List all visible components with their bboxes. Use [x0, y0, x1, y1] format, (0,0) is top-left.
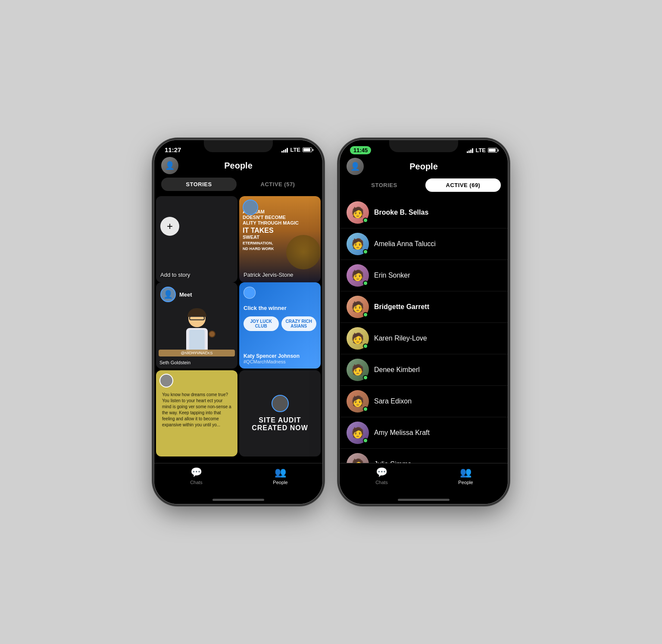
online-dot-0	[363, 218, 368, 223]
lte-label-1: LTE	[290, 147, 300, 153]
person-item-5[interactable]: 🧑 Denee Kimberl	[340, 354, 508, 386]
add-story-card[interactable]: + Add to story	[156, 196, 237, 282]
audit-avatar	[272, 395, 289, 412]
poll-options: JOY LUCK CLUB CRAZY RICH ASIANS	[244, 316, 316, 331]
quote-avatar	[159, 374, 173, 388]
lte-label-2: LTE	[475, 147, 486, 153]
people-label-1: People	[273, 480, 287, 485]
bottom-stories: You know how dreams come true? You liste…	[154, 370, 322, 458]
nav-people-2[interactable]: 👥 People	[424, 467, 508, 485]
person-name-3: Bridgette Garrett	[374, 303, 429, 311]
chats-label-1: Chats	[190, 480, 203, 485]
patrick-label: Patrick Jervis-Stone	[244, 272, 294, 278]
home-indicator-2	[340, 495, 508, 504]
bottom-nav-1: 💬 Chats 👥 People	[154, 463, 322, 495]
page-title-1: People	[178, 161, 298, 171]
person-name-1: Amelia Anna Talucci	[374, 240, 436, 248]
person-name-5: Denee Kimberl	[374, 366, 420, 374]
tab-stories-1[interactable]: STORIES	[161, 178, 237, 191]
chats-icon-1: 💬	[190, 467, 202, 478]
phone-1-screen: 11:27 LTE 👤	[154, 140, 322, 504]
chats-label-2: Chats	[375, 480, 388, 485]
phones-container: 11:27 LTE 👤	[154, 140, 508, 504]
quote-card[interactable]: You know how dreams come true? You liste…	[156, 370, 237, 456]
online-dot-5	[363, 375, 368, 380]
person-item-6[interactable]: 🧑 Sara Edixon	[340, 386, 508, 417]
tabs-1: STORIES ACTIVE (57)	[154, 178, 322, 196]
phone-2-notch	[389, 140, 458, 152]
phone-2: 11:45 LTE 👤	[340, 140, 508, 504]
poll-name: Katy Spencer Johnson	[244, 353, 300, 359]
nav-chats-1[interactable]: 💬 Chats	[154, 467, 238, 485]
person-name-2: Erin Sonker	[374, 272, 410, 279]
username-tag: @NICHYVNACKS	[159, 350, 235, 356]
person-name-4: Karen Riley-Love	[374, 335, 427, 342]
phone-1: 11:27 LTE 👤	[154, 140, 322, 504]
patrick-avatar-ring	[243, 200, 258, 215]
person-item-4[interactable]: 🧑 Karen Riley-Love	[340, 323, 508, 354]
tab-active-1[interactable]: ACTIVE (57)	[240, 178, 315, 191]
poll-hashtag: #QCMarchMadness	[244, 359, 300, 364]
header-avatar-2[interactable]: 👤	[347, 158, 364, 175]
page-header-2: 👤 People	[340, 156, 508, 178]
person-name-7: Amy Melissa Kraft	[374, 429, 430, 437]
person-name-0: Brooke B. Sellas	[374, 209, 428, 216]
status-icons-1: LTE	[281, 147, 312, 153]
tab-stories-2[interactable]: STORIES	[347, 178, 422, 192]
person-item-1[interactable]: 🧑 Amelia Anna Talucci	[340, 228, 508, 260]
online-dot-6	[363, 406, 368, 412]
status-icons-2: LTE	[467, 147, 497, 153]
nav-chats-2[interactable]: 💬 Chats	[340, 467, 424, 485]
poll-option-1[interactable]: JOY LUCK CLUB	[244, 316, 279, 331]
online-dot-2	[363, 281, 368, 286]
meet-avatar-ring: 👤	[160, 287, 176, 302]
person-avatar-8: 🧑	[347, 453, 369, 463]
people-icon-2: 👥	[460, 467, 472, 478]
seth-card[interactable]: 👤 Meet	[156, 282, 237, 369]
poll-avatar	[244, 287, 256, 299]
chats-icon-2: 💬	[376, 467, 387, 478]
online-dot-1	[363, 249, 368, 254]
tab-active-2[interactable]: ACTIVE (69)	[425, 178, 501, 192]
person-item-8[interactable]: 🧑 Julia Simms	[340, 449, 508, 463]
status-time-1: 11:27	[165, 146, 181, 153]
patrick-story-card[interactable]: A DREAMDOESN'T BECOMEALITY THROUGH MAGIC…	[239, 196, 321, 282]
people-list[interactable]: 🧑 Brooke B. Sellas 🧑 Amelia Anna Talucci	[340, 197, 508, 463]
person-item-7[interactable]: 🧑 Amy Melissa Kraft	[340, 417, 508, 449]
phone-2-screen: 11:45 LTE 👤	[340, 140, 508, 504]
meet-section: 👤 Meet	[154, 282, 322, 370]
online-dot-4	[363, 344, 368, 349]
poll-title: Click the winner	[244, 305, 316, 311]
person-item-3[interactable]: 🧑 Bridgette Garrett	[340, 291, 508, 323]
page-header-1: 👤 People	[154, 155, 322, 178]
page-title-2: People	[364, 162, 484, 172]
audit-card[interactable]: SITE AUDIT CREATED NOW	[239, 370, 321, 456]
signal-icon-2	[467, 148, 473, 153]
stories-grid-1: + Add to story A DREAMDOESN'T BECOMEALIT…	[154, 196, 322, 282]
seth-name: Seth Goldstein	[159, 360, 190, 365]
battery-icon-1	[303, 147, 312, 152]
person-name-6: Sara Edixon	[374, 397, 412, 405]
add-story-label: Add to story	[160, 272, 190, 278]
tabs-2: STORIES ACTIVE (69)	[340, 178, 508, 197]
online-dot-3	[363, 312, 368, 317]
people-label-2: People	[458, 480, 473, 485]
poll-option-2[interactable]: CRAZY RICH ASIANS	[281, 316, 317, 331]
person-item-0[interactable]: 🧑 Brooke B. Sellas	[340, 197, 508, 228]
header-avatar-1[interactable]: 👤	[161, 157, 178, 174]
online-dot-7	[363, 438, 368, 443]
battery-icon-2	[488, 148, 497, 153]
home-indicator-1	[154, 495, 322, 504]
stories-scroll-1[interactable]: + Add to story A DREAMDOESN'T BECOMEALIT…	[154, 196, 322, 463]
phone-1-notch	[204, 140, 273, 152]
person-item-2[interactable]: 🧑 Erin Sonker	[340, 260, 508, 291]
meet-title: Meet	[179, 291, 192, 298]
signal-icon-1	[281, 147, 288, 153]
bottom-nav-2: 💬 Chats 👥 People	[340, 463, 508, 495]
audit-title: SITE AUDIT CREATED NOW	[244, 416, 316, 432]
add-story-icon: +	[160, 217, 179, 236]
status-time-2: 11:45	[350, 146, 371, 154]
nav-people-1[interactable]: 👥 People	[238, 467, 322, 485]
poll-card[interactable]: Click the winner JOY LUCK CLUB CRAZY RIC…	[239, 282, 321, 369]
people-icon-1: 👥	[275, 467, 286, 478]
